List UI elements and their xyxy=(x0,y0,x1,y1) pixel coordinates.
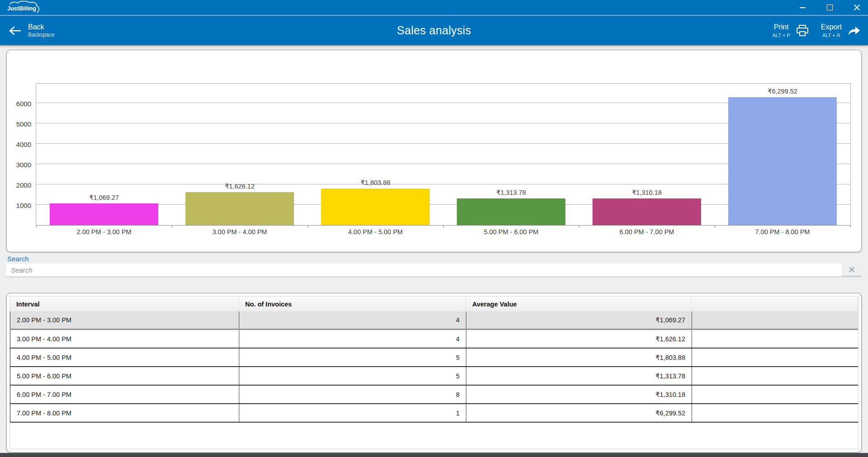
close-icon xyxy=(854,4,860,11)
chart-category-slot: ₹6,299.527.00 PM - 8.00 PM xyxy=(715,84,850,225)
table-grid: Interval No. of Invoices Average Value 2… xyxy=(9,296,859,449)
minimize-button[interactable] xyxy=(798,4,806,12)
export-label: Export xyxy=(821,23,842,32)
back-text: Back Backspace xyxy=(28,23,55,38)
x-axis-tick-mark xyxy=(443,225,444,228)
cell-invoices: 4 xyxy=(239,311,466,329)
x-axis-tick-label: 3.00 PM - 4.00 PM xyxy=(172,228,308,236)
chart-bar xyxy=(321,188,430,225)
chart-panel: ₹1,069.272.00 PM - 3.00 PM₹1,626.123.00 … xyxy=(6,50,862,252)
table-row[interactable]: 7.00 PM - 8.00 PM1₹6,299.52 xyxy=(10,404,858,423)
chart-inner: ₹1,069.272.00 PM - 3.00 PM₹1,626.123.00 … xyxy=(36,83,851,226)
y-axis-tick-label: 4000 xyxy=(9,141,31,148)
column-header-average-value[interactable]: Average Value xyxy=(466,297,692,311)
chart-bar xyxy=(593,198,701,225)
column-header-invoices[interactable]: No. of Invoices xyxy=(239,297,466,311)
x-axis-tick-label: 6.00 PM - 7.00 PM xyxy=(579,228,715,236)
cell-interval: 3.00 PM - 4.00 PM xyxy=(10,330,239,348)
export-button[interactable]: Export ALT + R xyxy=(821,23,861,38)
cell-empty xyxy=(692,367,858,385)
cloud-logo-icon: JustBilling xyxy=(4,1,43,14)
nav-actions: Print ALT + P Export ALT + R xyxy=(773,23,868,38)
table-row[interactable]: 6.00 PM - 7.00 PM8₹1,310.18 xyxy=(10,386,858,404)
page-title: Sales analysis xyxy=(0,24,868,37)
cell-invoices: 8 xyxy=(239,386,466,403)
table-header: Interval No. of Invoices Average Value xyxy=(10,297,858,311)
cell-empty xyxy=(692,349,858,366)
cell-invoices: 5 xyxy=(239,349,466,366)
maximize-button[interactable] xyxy=(825,4,834,12)
search-label: Search xyxy=(7,255,29,263)
titlebar: JustBilling xyxy=(0,0,868,15)
bar-value-label: ₹1,313.78 xyxy=(443,189,579,196)
svg-text:JustBilling: JustBilling xyxy=(7,5,36,12)
cell-interval: 6.00 PM - 7.00 PM xyxy=(10,386,239,403)
app-logo: JustBilling xyxy=(0,1,43,14)
bar-value-label: ₹1,626.12 xyxy=(172,183,308,190)
chart-category-slot: ₹1,626.123.00 PM - 4.00 PM xyxy=(172,84,308,225)
clear-search-button[interactable]: ✕ xyxy=(842,264,862,277)
cell-interval: 5.00 PM - 6.00 PM xyxy=(10,367,239,385)
bar-value-label: ₹1,310.18 xyxy=(579,189,715,196)
x-axis-tick-label: 4.00 PM - 5.00 PM xyxy=(308,228,443,236)
x-axis-tick-mark xyxy=(172,225,172,228)
cell-empty xyxy=(692,330,858,348)
table-body: 2.00 PM - 3.00 PM4₹1,069.273.00 PM - 4.0… xyxy=(10,311,858,423)
x-axis-tick-mark xyxy=(36,225,37,228)
x-axis-tick-mark xyxy=(579,225,579,228)
cell-average-value: ₹1,626.12 xyxy=(466,330,692,348)
x-axis-tick-mark xyxy=(850,225,851,228)
search-row: ✕ xyxy=(6,264,862,277)
cell-empty xyxy=(692,386,858,403)
cell-average-value: ₹1,069.27 xyxy=(466,311,692,329)
bar-value-label: ₹1,069.27 xyxy=(36,194,172,201)
cell-interval: 7.00 PM - 8.00 PM xyxy=(10,404,239,422)
share-icon xyxy=(847,25,861,37)
y-axis-tick-label: 6000 xyxy=(9,100,31,108)
table-panel: Interval No. of Invoices Average Value 2… xyxy=(6,293,862,452)
window-controls xyxy=(798,0,868,15)
cell-interval: 4.00 PM - 5.00 PM xyxy=(10,349,239,366)
cell-average-value: ₹1,313.78 xyxy=(466,367,692,385)
print-text: Print ALT + P xyxy=(773,23,790,38)
cell-average-value: ₹1,310.18 xyxy=(466,386,692,403)
x-axis-tick-label: 5.00 PM - 6.00 PM xyxy=(443,228,579,236)
y-axis-tick-label: 2000 xyxy=(9,181,31,189)
x-axis-tick-label: 2.00 PM - 3.00 PM xyxy=(36,228,172,236)
table-row[interactable]: 4.00 PM - 5.00 PM5₹1,803.88 xyxy=(10,349,858,367)
table-row[interactable]: 3.00 PM - 4.00 PM4₹1,626.12 xyxy=(10,330,858,349)
y-axis-tick-label: 1000 xyxy=(9,202,31,209)
x-axis-tick-label: 7.00 PM - 8.00 PM xyxy=(715,228,850,236)
x-axis-tick-mark xyxy=(308,225,308,228)
printer-icon xyxy=(796,24,809,37)
maximize-icon xyxy=(827,5,833,10)
print-button[interactable]: Print ALT + P xyxy=(773,23,809,38)
chart-bar xyxy=(50,203,158,225)
back-button[interactable]: Back Backspace xyxy=(0,23,55,38)
column-header-empty xyxy=(692,297,858,311)
cell-invoices: 5 xyxy=(239,367,466,385)
table-row[interactable]: 5.00 PM - 6.00 PM5₹1,313.78 xyxy=(10,367,858,386)
chart-category-slot: ₹1,803.884.00 PM - 5.00 PM xyxy=(308,84,443,225)
export-shortcut: ALT + R xyxy=(822,32,840,38)
chart-category-slot: ₹1,313.785.00 PM - 6.00 PM xyxy=(443,84,579,225)
table-row[interactable]: 2.00 PM - 3.00 PM4₹1,069.27 xyxy=(10,311,858,330)
chart-category-slot: ₹1,310.186.00 PM - 7.00 PM xyxy=(579,84,715,225)
close-button[interactable] xyxy=(853,4,861,12)
bar-value-label: ₹1,803.88 xyxy=(308,179,443,186)
y-axis-tick-label: 3000 xyxy=(9,161,31,169)
chart-bar xyxy=(185,192,294,225)
back-arrow-icon xyxy=(8,25,22,36)
chart-category-slot: ₹1,069.272.00 PM - 3.00 PM xyxy=(36,84,172,225)
cell-empty xyxy=(692,311,858,329)
chart-bar xyxy=(457,198,565,225)
cell-empty xyxy=(692,404,858,422)
cell-average-value: ₹1,803.88 xyxy=(466,349,692,366)
cell-invoices: 1 xyxy=(239,404,466,422)
x-axis-tick-mark xyxy=(715,225,715,228)
export-text: Export ALT + R xyxy=(821,23,842,38)
print-label: Print xyxy=(774,23,789,32)
search-input[interactable] xyxy=(6,264,842,277)
column-header-interval[interactable]: Interval xyxy=(10,297,239,311)
cell-average-value: ₹6,299.52 xyxy=(466,404,692,422)
